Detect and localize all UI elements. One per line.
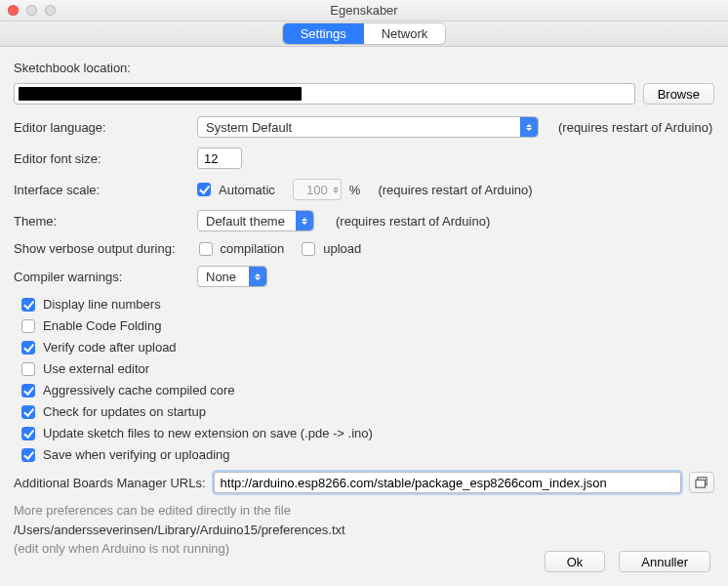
option-row: Verify code after upload [21, 340, 714, 355]
scale-value: 100 [306, 183, 328, 197]
verbose-label: Show verbose output during: [14, 241, 176, 256]
titlebar: Egenskaber [0, 0, 728, 21]
boards-url-input[interactable] [214, 472, 681, 493]
window-controls [8, 5, 56, 16]
expand-urls-button[interactable] [689, 472, 714, 493]
chevron-updown-icon [296, 211, 313, 230]
close-icon[interactable] [8, 5, 19, 16]
dialog-buttons: Ok Annuller [545, 551, 710, 572]
option-label: Enable Code Folding [43, 318, 161, 333]
option-row: Aggressively cache compiled core [21, 383, 714, 398]
theme-select[interactable]: Default theme [197, 210, 314, 231]
tab-network[interactable]: Network [364, 23, 446, 44]
content-area: Sketchbook location: Browse Editor langu… [0, 47, 728, 586]
upload-label: upload [323, 241, 361, 256]
theme-label: Theme: [14, 214, 189, 229]
cancel-button[interactable]: Annuller [619, 551, 710, 572]
editor-language-label: Editor language: [14, 120, 189, 135]
automatic-label: Automatic [219, 183, 275, 197]
option-checkbox[interactable] [21, 384, 35, 398]
tab-settings[interactable]: Settings [283, 23, 364, 44]
compiler-warnings-select[interactable]: None [197, 266, 267, 287]
upload-checkbox[interactable] [302, 242, 315, 256]
editor-language-restart: (requires restart of Arduino) [558, 120, 712, 135]
option-label: Aggressively cache compiled core [43, 383, 235, 398]
editor-language-select[interactable]: System Default [197, 116, 539, 138]
option-checkbox[interactable] [21, 341, 35, 355]
redacted-path [19, 87, 302, 101]
footer-line1: More preferences can be edited directly … [14, 501, 714, 521]
option-row: Use external editor [21, 361, 714, 376]
option-row: Display line numbers [21, 297, 714, 312]
automatic-checkbox[interactable] [197, 183, 211, 196]
option-label: Check for updates on startup [43, 404, 206, 419]
interface-scale-label: Interface scale: [14, 183, 189, 197]
font-size-label: Editor font size: [14, 151, 189, 166]
percent-label: % [349, 183, 361, 197]
option-checkbox[interactable] [21, 319, 35, 333]
browse-button[interactable]: Browse [643, 83, 714, 105]
option-label: Save when verifying or uploading [43, 447, 230, 462]
svg-rect-1 [696, 480, 705, 487]
option-row: Save when verifying or uploading [21, 447, 714, 462]
option-checkbox[interactable] [21, 298, 35, 312]
compilation-checkbox[interactable] [199, 242, 213, 256]
zoom-icon[interactable] [45, 5, 56, 16]
option-checkbox[interactable] [21, 427, 35, 440]
theme-value: Default theme [206, 214, 285, 229]
option-checkbox[interactable] [21, 405, 35, 419]
options-list: Display line numbersEnable Code FoldingV… [21, 297, 714, 462]
scale-stepper[interactable]: 100 [293, 179, 342, 200]
segmented-control: Settings Network [283, 23, 446, 44]
option-label: Update sketch files to new extension on … [43, 426, 373, 440]
scale-restart: (requires restart of Arduino) [378, 183, 532, 197]
ok-button[interactable]: Ok [545, 551, 606, 572]
option-checkbox[interactable] [21, 362, 35, 376]
option-row: Enable Code Folding [21, 318, 714, 333]
window-title: Egenskaber [0, 3, 728, 18]
option-row: Update sketch files to new extension on … [21, 426, 714, 440]
option-label: Use external editor [43, 361, 149, 376]
compiler-warnings-value: None [206, 270, 236, 284]
option-row: Check for updates on startup [21, 404, 714, 419]
tab-bar: Settings Network [0, 21, 728, 47]
option-label: Display line numbers [43, 297, 161, 312]
option-label: Verify code after upload [43, 340, 177, 355]
font-size-input[interactable] [197, 147, 242, 169]
sketchbook-label: Sketchbook location: [14, 61, 714, 75]
option-checkbox[interactable] [21, 448, 35, 462]
compiler-warnings-label: Compiler warnings: [14, 270, 189, 284]
window-icon [695, 477, 708, 488]
footer-line2: /Users/andersseverinsen/Library/Arduino1… [14, 521, 714, 540]
boards-url-label: Additional Boards Manager URLs: [14, 476, 206, 490]
footer-note: More preferences can be edited directly … [14, 501, 714, 559]
chevron-updown-icon [249, 267, 266, 286]
compilation-label: compilation [221, 241, 285, 256]
chevron-updown-icon [520, 117, 538, 137]
theme-restart: (requires restart of Arduino) [336, 214, 490, 229]
editor-language-value: System Default [206, 120, 292, 135]
minimize-icon[interactable] [26, 5, 37, 16]
sketchbook-location-input[interactable] [14, 83, 635, 105]
